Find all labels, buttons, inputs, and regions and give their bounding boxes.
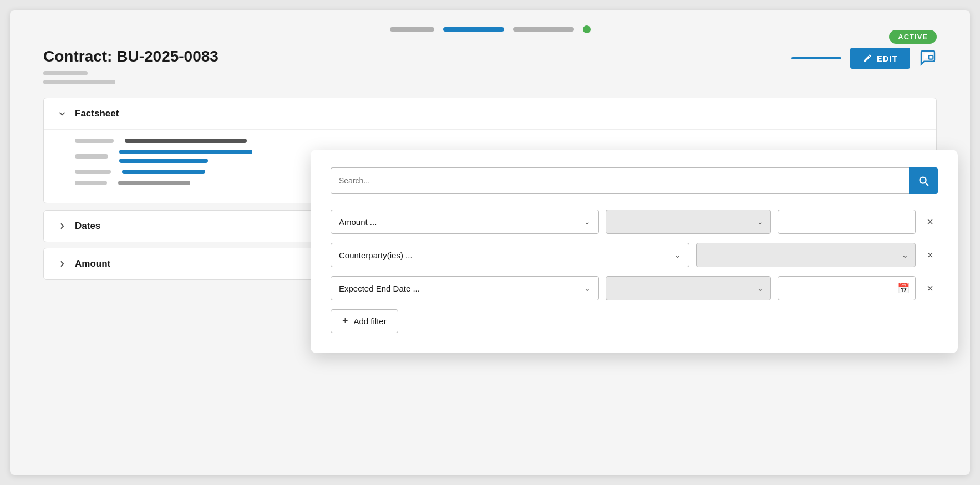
filter-field-end-date-chevron: ⌄: [584, 284, 591, 293]
calendar-icon: 📅: [897, 282, 910, 294]
header-actions: EDIT: [791, 48, 937, 69]
edit-icon: [862, 53, 872, 63]
chat-button[interactable]: [919, 49, 937, 68]
dates-title: Dates: [75, 221, 100, 232]
filter-row-end-date: Expected End Date ... ⌄ ⌄ 📅 ×: [331, 276, 938, 300]
filter-remove-counterparty[interactable]: ×: [922, 247, 938, 264]
edit-button[interactable]: EDIT: [850, 48, 910, 69]
filter-op-amount-chevron: ⌄: [757, 217, 764, 226]
filter-remove-end-date[interactable]: ×: [922, 280, 938, 297]
factsheet-title: Factsheet: [75, 108, 119, 119]
step-2: [443, 27, 504, 32]
factsheet-header[interactable]: Factsheet: [44, 98, 936, 130]
fact-label-2: [75, 154, 108, 159]
filter-field-end-date-label: Expected End Date ...: [339, 284, 420, 293]
search-row: [331, 167, 938, 194]
search-icon: [917, 175, 930, 187]
filter-op-end-date[interactable]: ⌄: [606, 276, 771, 300]
chat-icon: [919, 49, 937, 67]
header-progress-line: [791, 57, 841, 59]
amount-title: Amount: [75, 258, 110, 269]
subtitle-line-1: [43, 71, 88, 75]
filter-field-amount-chevron: ⌄: [584, 217, 591, 226]
filter-row-amount: Amount ... ⌄ ⌄ ×: [331, 210, 938, 234]
filter-op-counterparty[interactable]: ⌄: [696, 243, 916, 267]
filter-value-amount[interactable]: [778, 210, 916, 234]
add-filter-label: Add filter: [354, 316, 387, 326]
filter-field-counterparty-chevron: ⌄: [674, 251, 681, 259]
filter-field-end-date[interactable]: Expected End Date ... ⌄: [331, 276, 599, 300]
add-filter-button[interactable]: + Add filter: [331, 309, 398, 333]
step-dot: [583, 25, 591, 33]
step-3: [513, 27, 574, 32]
edit-label: EDIT: [877, 54, 898, 63]
filter-field-counterparty[interactable]: Counterparty(ies) ... ⌄: [331, 243, 689, 267]
stepper-bar: [10, 10, 970, 43]
fact-label-1: [75, 139, 114, 143]
contract-header: Contract: BU-2025-0083 EDIT: [10, 43, 970, 84]
plus-icon: +: [342, 315, 348, 327]
filter-remove-amount[interactable]: ×: [922, 213, 938, 231]
factsheet-chevron-icon: [57, 109, 67, 119]
filter-panel: Amount ... ⌄ ⌄ × Counterparty(ies) ... ⌄…: [311, 150, 958, 353]
fact-value-2b: [119, 159, 208, 163]
search-button[interactable]: [909, 167, 938, 194]
search-input[interactable]: [331, 167, 909, 194]
dates-chevron-icon: [57, 221, 67, 231]
step-1: [390, 27, 434, 32]
fact-label-3: [75, 170, 111, 174]
amount-chevron-icon: [57, 259, 67, 269]
svg-rect-0: [928, 55, 933, 59]
subtitle-line-2: [43, 80, 115, 84]
fact-value-3: [122, 170, 205, 174]
filter-field-counterparty-label: Counterparty(ies) ...: [339, 251, 413, 260]
fact-row-1: [75, 139, 923, 143]
fact-value-2a: [119, 150, 252, 154]
filter-value-end-date[interactable]: 📅: [778, 276, 916, 300]
status-badge: ACTIVE: [889, 30, 937, 44]
fact-value-4: [118, 181, 190, 185]
filter-op-end-date-chevron: ⌄: [757, 284, 764, 293]
filter-row-counterparty: Counterparty(ies) ... ⌄ ⌄ ×: [331, 243, 938, 267]
filter-field-amount[interactable]: Amount ... ⌄: [331, 210, 599, 234]
fact-label-4: [75, 181, 107, 185]
filter-field-amount-label: Amount ...: [339, 217, 377, 227]
filter-op-amount[interactable]: ⌄: [606, 210, 771, 234]
filter-op-counterparty-chevron: ⌄: [902, 251, 908, 259]
fact-value-1: [125, 139, 247, 143]
